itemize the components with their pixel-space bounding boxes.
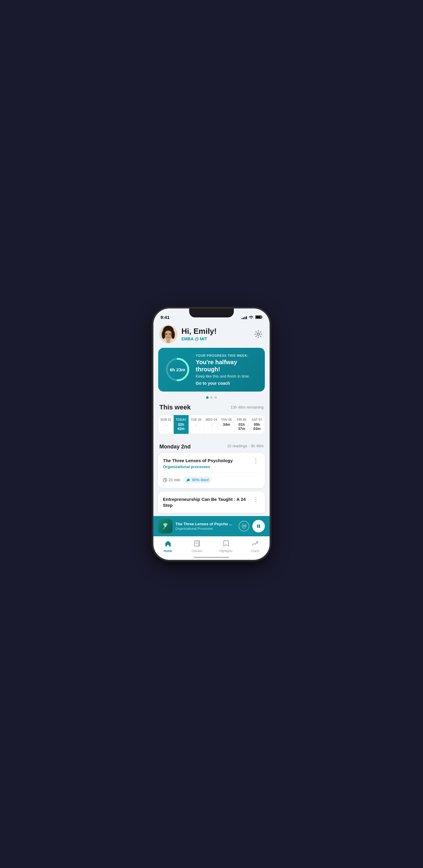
- progress-subtitle: Keep like this and finish in time.: [196, 374, 259, 378]
- reading-title-2: Entrepreneurship Can Be Taught : A 24 St…: [163, 496, 249, 508]
- dot-1[interactable]: [206, 396, 209, 399]
- go-to-coach-link[interactable]: Go to your coach: [196, 381, 259, 385]
- carousel-dots: [153, 396, 270, 399]
- this-week-remaining: 13h 48m remaining: [231, 405, 264, 409]
- home-indicator: [193, 557, 230, 558]
- reading-card-1-header: The Three Lenses of Psychology Organizat…: [163, 458, 260, 469]
- svg-point-8: [168, 335, 169, 336]
- gear-icon: [254, 330, 263, 338]
- progress-card[interactable]: 6h 23m YOUR PROGRESS THIS WEEK: You're h…: [158, 348, 265, 392]
- tab-home-label: Home: [164, 549, 172, 553]
- cal-day-today[interactable]: TODAY 02h42m: [174, 415, 189, 434]
- now-playing-art: [160, 521, 170, 531]
- divider-1: [163, 472, 260, 473]
- more-options-button-1[interactable]: ⋮: [252, 458, 260, 464]
- replay-label: 15: [243, 525, 245, 527]
- wifi-icon: [249, 315, 253, 320]
- phone-frame: 9:41: [153, 309, 270, 560]
- progress-title: You're halfway through!: [196, 359, 259, 373]
- reading-category-1[interactable]: Organizational processes: [163, 465, 235, 469]
- calendar-row: SUN 01 - TODAY 02h42m TUE 03 - WED 04: [158, 415, 265, 434]
- more-options-button-2[interactable]: ⋮: [252, 496, 260, 502]
- svg-rect-2: [256, 316, 261, 318]
- clock-icon: [163, 478, 167, 482]
- battery-icon: [255, 315, 263, 320]
- tab-home[interactable]: Home: [153, 539, 183, 554]
- chart-icon: [252, 540, 258, 549]
- svg-point-11: [171, 331, 175, 339]
- now-playing-subtitle: Organizational Processes: [176, 527, 236, 530]
- now-playing-info: The Three Lenses of Psycho ... Organizat…: [176, 522, 236, 530]
- circle-time: 6h 23m: [170, 367, 185, 372]
- tab-highlights-label: Highlights: [219, 549, 233, 553]
- greeting-text: Hi, Emily!: [181, 327, 249, 336]
- bookmark-icon: [223, 540, 229, 549]
- replay-15-button[interactable]: 15: [239, 521, 249, 531]
- svg-point-6: [166, 334, 167, 335]
- signal-icon: [242, 316, 247, 319]
- svg-point-10: [162, 331, 165, 339]
- svg-rect-9: [167, 339, 170, 343]
- avatar: [159, 325, 177, 343]
- cal-day-sun[interactable]: SUN 01 -: [158, 415, 174, 434]
- pause-icon: [256, 524, 261, 529]
- cal-day-tue[interactable]: TUE 03 -: [189, 415, 204, 434]
- book-icon: [193, 540, 200, 549]
- phone-screen: 9:41: [153, 309, 270, 560]
- this-week-header: This week 13h 48m remaining: [153, 403, 270, 415]
- svg-point-7: [170, 334, 171, 335]
- day-section-header: Monday 2nd 10 readings - 3h 48m: [153, 439, 270, 453]
- tab-highlights[interactable]: Highlights: [212, 539, 241, 554]
- now-playing-thumbnail: [158, 519, 173, 533]
- status-time: 9:41: [160, 315, 170, 320]
- progress-week-label: YOUR PROGRESS THIS WEEK:: [196, 354, 259, 357]
- svg-rect-18: [259, 524, 260, 528]
- settings-button[interactable]: [253, 329, 264, 339]
- tab-courses[interactable]: Courses: [183, 539, 212, 554]
- cal-day-wed[interactable]: WED 04 -: [204, 415, 219, 434]
- tab-bar: Home Courses: [153, 536, 270, 560]
- weekly-calendar: SUN 01 - TODAY 02h42m TUE 03 - WED 04: [158, 415, 265, 434]
- tab-coach[interactable]: Coach: [241, 539, 270, 554]
- home-icon: [164, 540, 172, 549]
- pause-button[interactable]: [252, 520, 265, 532]
- svg-point-12: [257, 333, 260, 335]
- svg-rect-1: [262, 316, 263, 318]
- this-week-title: This week: [159, 403, 191, 411]
- now-playing-controls: 15: [239, 520, 265, 532]
- tab-courses-label: Courses: [191, 549, 203, 553]
- day-info: 10 readings - 3h 48m: [227, 444, 264, 450]
- notch: [189, 309, 234, 317]
- svg-rect-17: [257, 524, 258, 528]
- today-arrow: [179, 434, 183, 434]
- now-playing-title: The Three Lenses of Psycho ...: [176, 522, 236, 526]
- scroll-spacer: [153, 513, 270, 516]
- dot-2[interactable]: [210, 396, 213, 399]
- reading-card-1[interactable]: The Three Lenses of Psychology Organizat…: [158, 453, 265, 488]
- cal-day-fri[interactable]: FRI 06 01h37m: [234, 415, 249, 434]
- program-subtitle: EMBA @ MIT: [181, 337, 249, 341]
- liked-badge-1: 90% liked: [183, 476, 212, 483]
- status-icons: [242, 315, 263, 320]
- cal-day-thu[interactable]: THU 05 34m: [219, 415, 234, 434]
- user-header: Hi, Emily! EMBA @ MIT: [153, 321, 270, 348]
- cal-day-sat[interactable]: SAT 07 05h03m: [249, 415, 265, 434]
- dot-3[interactable]: [214, 396, 217, 399]
- reading-card-2-header: Entrepreneurship Can Be Taught : A 24 St…: [163, 496, 260, 508]
- header-text: Hi, Emily! EMBA @ MIT: [181, 327, 249, 341]
- reading-time-1: 21 min: [163, 477, 180, 482]
- reading-meta-1: 21 min 90% liked: [163, 476, 260, 483]
- reading-card-2[interactable]: Entrepreneurship Can Be Taught : A 24 St…: [158, 492, 265, 513]
- tab-coach-label: Coach: [251, 549, 260, 553]
- now-playing-bar[interactable]: The Three Lenses of Psycho ... Organizat…: [153, 516, 270, 536]
- thumbsup-icon: [186, 478, 190, 482]
- progress-text: YOUR PROGRESS THIS WEEK: You're halfway …: [196, 354, 259, 385]
- day-title: Monday 2nd: [159, 444, 191, 450]
- main-scroll-area[interactable]: Hi, Emily! EMBA @ MIT: [153, 321, 270, 516]
- reading-title-1: The Three Lenses of Psychology: [163, 458, 233, 464]
- avatar-image: [159, 325, 177, 343]
